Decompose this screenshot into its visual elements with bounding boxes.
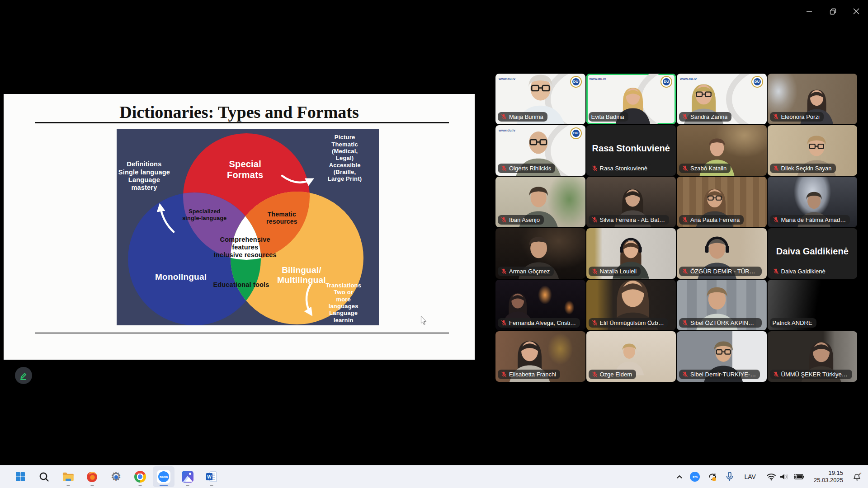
pencil-icon [19, 371, 28, 380]
du-watermark-url: www.du.lv [499, 77, 515, 81]
tray-microphone-button[interactable] [723, 469, 736, 484]
participant-tile[interactable]: Elisabetta Franchi [495, 331, 585, 382]
running-indicator [90, 485, 94, 486]
participant-name: Dilek Seçkin Sayan [781, 165, 832, 172]
firefox-button[interactable] [80, 466, 104, 487]
du-logo-badge: DU [660, 76, 672, 88]
participant-tile[interactable]: www.du.lv DU Olgerts Rihlickis [495, 125, 585, 176]
du-watermark-url: www.du.lv [590, 77, 606, 81]
muted-mic-icon [591, 216, 598, 223]
muted-mic-icon [591, 165, 598, 172]
venn-label-picture-thematic: Picture Thematic (Medical, Legal) Access… [328, 134, 362, 183]
tray-date: 25.03.2025 [814, 477, 843, 483]
du-logo-badge: DU [570, 127, 582, 139]
notification-bell-button[interactable]: z z [850, 470, 864, 483]
windows-start-icon [15, 471, 26, 482]
participant-name: Silvia Ferreira - AE Bat… [600, 216, 665, 223]
participant-tile[interactable]: Sibel ÖZTÜRK AKPINA… [677, 280, 767, 330]
participant-name-label: Natalia Louleli [589, 267, 641, 276]
search-icon [38, 471, 50, 483]
participant-name-label: Eleonora Porzi [770, 112, 824, 122]
photos-button[interactable] [175, 466, 199, 487]
participant-tile[interactable]: Elif Ümmügülsüm Özb… [586, 280, 676, 330]
participant-name: Eleonora Porzi [781, 113, 820, 120]
start-button[interactable] [8, 466, 32, 487]
close-button[interactable] [844, 0, 868, 23]
participant-name-label: Elif Ümmügülsüm Özb… [589, 318, 668, 328]
participant-name-label: Ozge Eldem [589, 370, 637, 379]
participant-name: Elif Ümmügülsüm Özb… [600, 319, 664, 326]
participant-name: Elisabetta Franchi [509, 371, 556, 378]
participant-name: Rasa Stonkuvienė [600, 165, 648, 172]
participant-tile[interactable]: Eleonora Porzi [768, 74, 858, 124]
participant-name-label: Fernanda Alvega, Cristi… [498, 318, 580, 328]
restore-button[interactable] [821, 0, 844, 23]
venn-label-comprehensive: Comprehensive features Inclusive resourc… [214, 236, 277, 259]
participant-tile[interactable]: Daiva Galdikienė Daiva Galdikienė [768, 228, 858, 279]
chrome-button[interactable] [128, 466, 152, 487]
zoom-app-button[interactable]: zoom [153, 466, 175, 487]
settings-button[interactable]: ⚙ [104, 466, 128, 487]
microphone-icon [725, 471, 734, 482]
participant-name-label: Sibel Demir-TURKIYE-… [679, 370, 760, 379]
participant-tile[interactable]: Ana Paula Ferreira [677, 177, 767, 227]
network-volume-battery-group[interactable] [764, 471, 807, 483]
word-button[interactable]: W [199, 466, 223, 487]
file-explorer-button[interactable] [56, 466, 80, 487]
file-explorer-icon [62, 471, 74, 483]
participant-tile[interactable]: Szabó Katalin [677, 125, 767, 176]
minimize-button[interactable] [797, 0, 821, 23]
venn-label-translations: Translations Two or more languages Langu… [326, 282, 361, 324]
participant-tile[interactable]: www.du.lv DU Sandra Zarina [677, 74, 767, 124]
participant-tile[interactable]: Arman Göçmez [495, 228, 585, 279]
search-button[interactable] [32, 466, 56, 487]
muted-mic-icon [682, 268, 689, 275]
participant-tile[interactable]: ÖZGÜR DEMİR - TÜRK… [677, 228, 767, 279]
participant-name-label: Szabó Katalin [679, 164, 731, 173]
participant-tile[interactable]: www.du.lv DU Maija Burima [495, 74, 585, 124]
participant-tile[interactable]: Rasa Stonkuvienė Rasa Stonkuvienė [586, 125, 676, 176]
muted-mic-icon [500, 371, 507, 378]
muted-mic-icon [773, 165, 779, 172]
participant-tile[interactable]: Silvia Ferreira - AE Bat… [586, 177, 676, 227]
muted-mic-icon [682, 113, 689, 120]
participant-name: Arman Göçmez [509, 268, 550, 275]
running-indicator [66, 485, 70, 486]
tray-chevron-button[interactable] [674, 473, 685, 481]
muted-mic-icon [500, 216, 507, 223]
participant-tile[interactable]: Patrick ANDRE [768, 280, 858, 330]
participant-tile[interactable]: Maria de Fátima Amad… [768, 177, 858, 227]
clock-date-button[interactable]: 19:15 25.03.2025 [810, 468, 847, 486]
participant-tile[interactable]: Iban Asenjo [495, 177, 585, 227]
shared-screen-slide: Dictionaries: Types and Formats [4, 94, 475, 360]
participant-tile[interactable]: Natalia Louleli [586, 228, 676, 279]
svg-text:z: z [860, 472, 862, 474]
du-logo-badge: DU [751, 76, 763, 88]
participant-name-label: Olgerts Rihlickis [498, 164, 555, 173]
participant-name: Fernanda Alvega, Cristi… [509, 319, 576, 326]
participant-name: Sibel ÖZTÜRK AKPINA… [690, 319, 758, 326]
language-indicator[interactable]: LAV [739, 471, 760, 482]
participant-tile[interactable]: Fernanda Alvega, Cristi… [495, 280, 585, 330]
participant-tile[interactable]: Ozge Eldem [586, 331, 676, 382]
participant-tile[interactable]: Dilek Seçkin Sayan [768, 125, 858, 176]
participant-name: ÖZGÜR DEMİR - TÜRK… [690, 268, 758, 275]
slide-bottom-rule [35, 333, 449, 333]
wifi-icon [766, 473, 776, 481]
muted-mic-icon [682, 371, 689, 378]
venn-label-educational-tools: Educational tools [213, 281, 269, 289]
bell-dnd-icon: z z [852, 472, 862, 482]
annotate-button[interactable] [15, 367, 32, 384]
speaker-icon [779, 473, 789, 481]
muted-mic-icon [591, 371, 598, 378]
tray-zoom-button[interactable]: zm [688, 470, 702, 483]
participant-tile[interactable]: www.du.lv DU Evita Badina [586, 74, 676, 124]
participant-name-label: Iban Asenjo [498, 215, 544, 225]
participant-tile[interactable]: Sibel Demir-TURKIYE-… [677, 331, 767, 382]
running-indicator [138, 485, 142, 486]
participant-name: Ana Paula Ferreira [690, 216, 740, 223]
venn-label-special-formats: Special Formats [227, 160, 263, 181]
participant-tile[interactable]: ÜMMÜ ŞEKER Türkiye … [768, 331, 858, 382]
participant-name: Maria de Fátima Amad… [781, 216, 846, 223]
tray-sync-button[interactable] [705, 469, 720, 484]
